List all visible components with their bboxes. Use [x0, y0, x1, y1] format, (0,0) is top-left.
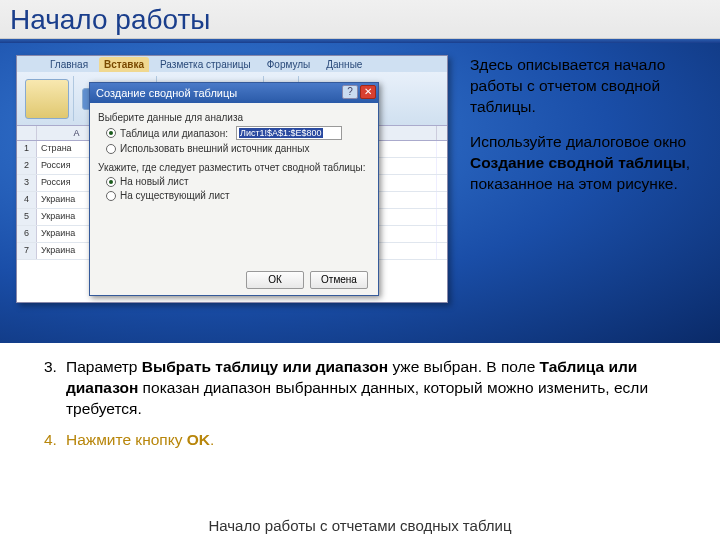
corner-cell[interactable] [17, 126, 37, 140]
row-header[interactable]: 6 [17, 226, 37, 242]
dialog-close-button[interactable]: ✕ [360, 85, 376, 99]
ribbon-tabs: Главная Вставка Разметка страницы Формул… [17, 56, 447, 72]
radio-icon [106, 144, 116, 154]
dialog-title: Создание сводной таблицы [96, 87, 237, 99]
bold-term: Выбрать таблицу или диапазон [142, 358, 388, 375]
radio-new-sheet[interactable]: На новый лист [106, 176, 370, 187]
ribbon-tab-layout[interactable]: Разметка страницы [155, 57, 256, 72]
bullet-number: 4. [44, 430, 66, 451]
ribbon-tab-formulas[interactable]: Формулы [262, 57, 316, 72]
radio-external-source[interactable]: Использовать внешний источник данных [106, 143, 370, 154]
text: Нажмите кнопку [66, 431, 187, 448]
screenshot-column: Главная Вставка Разметка страницы Формул… [16, 55, 456, 335]
radio-label: Таблица или диапазон: [120, 128, 228, 139]
description-p2: Используйте диалоговое окно Создание сво… [470, 132, 696, 195]
create-pivot-dialog: Создание сводной таблицы ? ✕ Выберите да… [89, 82, 379, 296]
radio-label: На существующий лист [120, 190, 230, 201]
bold-term: OK [187, 431, 210, 448]
dialog-section-label: Укажите, где следует разместить отчет св… [98, 162, 370, 173]
ribbon-tab-insert[interactable]: Вставка [99, 57, 149, 72]
dialog-body: Выберите данные для анализа Таблица или … [90, 103, 378, 210]
text: уже выбран. В поле [388, 358, 539, 375]
row-header[interactable]: 7 [17, 243, 37, 259]
dialog-buttons: ОК Отмена [246, 271, 368, 289]
radio-icon [106, 177, 116, 187]
row-header[interactable]: 3 [17, 175, 37, 191]
ribbon-group-pivot [21, 76, 74, 121]
bullet-text: Параметр Выбрать таблицу или диапазон уж… [66, 357, 676, 420]
radio-label: На новый лист [120, 176, 189, 187]
bullet-number: 3. [44, 357, 66, 420]
excel-screenshot: Главная Вставка Разметка страницы Формул… [16, 55, 448, 303]
row-header[interactable]: 1 [17, 141, 37, 157]
cancel-button[interactable]: Отмена [310, 271, 368, 289]
dialog-section-label: Выберите данные для анализа [98, 112, 370, 123]
dialog-help-button[interactable]: ? [342, 85, 358, 99]
text: Используйте диалоговое окно [470, 133, 686, 150]
slide-title-bar: Начало работы [0, 0, 720, 39]
description-p1: Здесь описывается начало работы с отчето… [470, 55, 696, 118]
pivot-table-icon[interactable] [25, 79, 69, 119]
radio-select-table[interactable]: Таблица или диапазон: Лист1!$A$1:$E$800 [106, 126, 370, 140]
ribbon-tab-data[interactable]: Данные [321, 57, 367, 72]
text: . [210, 431, 214, 448]
slide-footer: Начало работы с отчетами сводных таблиц [0, 517, 720, 534]
radio-icon [106, 128, 116, 138]
slide-title: Начало работы [10, 4, 710, 36]
radio-label: Использовать внешний источник данных [120, 143, 310, 154]
radio-existing-sheet[interactable]: На существующий лист [106, 190, 370, 201]
range-value: Лист1!$A$1:$E$800 [239, 128, 323, 138]
main-content: Главная Вставка Разметка страницы Формул… [0, 43, 720, 343]
text: Параметр [66, 358, 142, 375]
bullet-text: Нажмите кнопку OK. [66, 430, 676, 451]
row-header[interactable]: 5 [17, 209, 37, 225]
bullet-item-3: 3. Параметр Выбрать таблицу или диапазон… [44, 357, 676, 420]
range-input[interactable]: Лист1!$A$1:$E$800 [236, 126, 342, 140]
ribbon-tab-home[interactable]: Главная [45, 57, 93, 72]
text: показан диапазон выбранных данных, котор… [66, 379, 648, 417]
description-column: Здесь описывается начало работы с отчето… [456, 55, 696, 335]
bullet-list: 3. Параметр Выбрать таблицу или диапазон… [0, 343, 720, 451]
dialog-titlebar: Создание сводной таблицы ? ✕ [90, 83, 378, 103]
row-header[interactable]: 4 [17, 192, 37, 208]
ok-button[interactable]: ОК [246, 271, 304, 289]
bullet-item-4: 4. Нажмите кнопку OK. [44, 430, 676, 451]
row-header[interactable]: 2 [17, 158, 37, 174]
radio-icon [106, 191, 116, 201]
bold-term: Создание сводной таблицы [470, 154, 686, 171]
